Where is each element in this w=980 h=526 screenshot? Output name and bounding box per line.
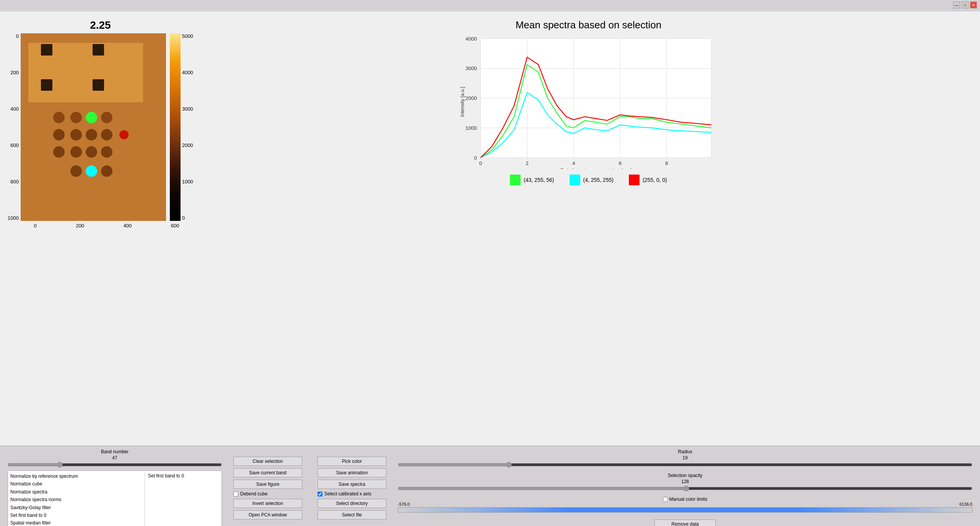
spectra-svg: 4000 3000 2000 1000 0 0 2 4 6 8 Intensit… <box>208 35 969 169</box>
list-item[interactable]: Normalize cube <box>10 480 143 488</box>
spectra-chart-title: Mean spectra based on selection <box>516 19 662 31</box>
x-axis-labels: 0 200 400 600 <box>34 223 179 229</box>
svg-text:4000: 4000 <box>465 36 477 42</box>
right-controls: Pick color Save animation Save spectra S… <box>314 449 390 519</box>
svg-point-10 <box>53 129 65 140</box>
radius-value: 19 <box>682 455 687 461</box>
opacity-label: Selection opacity <box>668 473 703 478</box>
opacity-value: 128 <box>681 479 689 484</box>
legend-item-cyan: (4, 255, 255) <box>570 175 614 185</box>
svg-point-8 <box>86 112 97 123</box>
open-pca-window-button[interactable]: Open PCA window <box>233 510 302 519</box>
colorbar <box>170 33 181 221</box>
legend-item-red: (255, 0, 0) <box>629 175 667 185</box>
band-section: Band number 47 Normalize by reference sp… <box>8 449 222 526</box>
debend-cube-row: Debend cube <box>233 491 302 497</box>
svg-point-16 <box>70 146 82 158</box>
list-item[interactable]: Normalize spectra <box>10 488 143 496</box>
svg-rect-4 <box>41 79 52 91</box>
svg-point-19 <box>70 165 82 177</box>
svg-point-9 <box>101 112 112 123</box>
select-calibrated-label: Select calibrated x axis <box>324 491 371 497</box>
svg-point-18 <box>101 146 112 158</box>
svg-text:2: 2 <box>526 160 529 166</box>
select-calibrated-row: Select calibrated x axis <box>317 491 386 497</box>
heatmap-svg[interactable] <box>21 33 166 221</box>
radius-slider-container[interactable] <box>398 461 972 469</box>
legend-item-green: (43, 255, 56) <box>510 175 554 185</box>
manual-color-limits-label: Manual color limits <box>669 497 707 502</box>
svg-text:3000: 3000 <box>465 65 477 71</box>
list-item[interactable]: Normalize by reference spectrum <box>10 472 143 480</box>
colorbar-wrapper: 5000 4000 3000 2000 1000 0 <box>170 33 193 221</box>
radius-slider[interactable] <box>398 461 972 468</box>
band-number-label: Band number <box>101 449 129 454</box>
plot-with-axes: 0 200 400 600 800 1000 <box>8 33 193 222</box>
colorbar-labels: 5000 4000 3000 2000 1000 0 <box>182 33 193 221</box>
legend-color-green <box>510 175 521 185</box>
svg-text:4: 4 <box>572 160 575 166</box>
debend-cube-checkbox[interactable] <box>233 492 238 497</box>
svg-point-20 <box>86 165 97 177</box>
spectra-chart: 4000 3000 2000 1000 0 0 2 4 6 8 Intensit… <box>208 35 969 169</box>
svg-text:1000: 1000 <box>465 125 477 131</box>
list-item[interactable]: Set first band to 0 <box>10 511 143 519</box>
band-slider-container[interactable] <box>8 461 222 469</box>
close-button[interactable]: ✕ <box>970 2 977 8</box>
select-directory-button[interactable]: Select directory <box>317 499 386 508</box>
left-plot: 2.25 0 200 400 600 800 1000 <box>8 19 193 442</box>
heatmap-canvas-wrapper[interactable] <box>21 33 166 222</box>
legend-label-red: (255, 0, 0) <box>643 177 667 183</box>
svg-point-14 <box>119 130 129 139</box>
pick-color-button[interactable]: Pick color <box>317 457 386 466</box>
radius-section: Radius 19 <box>398 449 972 470</box>
legend-area: (43, 255, 56) (4, 255, 255) (255, 0, 0) <box>510 175 667 185</box>
remove-data-button[interactable]: Remove data <box>654 519 716 526</box>
svg-point-17 <box>86 146 97 158</box>
middle-controls: Clear selection Save current band Save f… <box>230 449 306 519</box>
invert-selection-button[interactable]: Invert selection <box>233 499 302 508</box>
color-max-label: 6136.0 <box>959 502 972 506</box>
svg-point-21 <box>101 165 112 177</box>
minimize-button[interactable]: — <box>953 2 960 8</box>
right-plot: Mean spectra based on selection 4000 <box>208 19 969 442</box>
opacity-slider-container[interactable] <box>398 485 972 493</box>
band-right: Set first band to 0 <box>145 471 221 526</box>
legend-color-red <box>629 175 640 185</box>
legend-label-cyan: (4, 255, 255) <box>583 177 614 183</box>
svg-point-13 <box>101 129 112 140</box>
svg-point-7 <box>70 112 82 123</box>
svg-point-11 <box>70 129 82 140</box>
band-list[interactable]: Normalize by reference spectrum Normaliz… <box>8 471 145 526</box>
window-chrome: — □ ✕ <box>950 0 980 10</box>
save-figure-button[interactable]: Save figure <box>233 480 302 489</box>
save-current-band-button[interactable]: Save current band <box>233 468 302 477</box>
svg-rect-5 <box>93 79 104 91</box>
svg-text:6: 6 <box>619 160 622 166</box>
main-area: 2.25 0 200 400 600 800 1000 <box>0 11 980 526</box>
band-panel: Normalize by reference spectrum Normaliz… <box>8 470 222 526</box>
save-animation-button[interactable]: Save animation <box>317 468 386 477</box>
save-spectra-button[interactable]: Save spectra <box>317 480 386 489</box>
legend-label-green: (43, 255, 56) <box>524 177 554 183</box>
clear-selection-button[interactable]: Clear selection <box>233 457 302 466</box>
far-right-controls: Radius 19 Selection opacity 128 Manual c… <box>398 449 972 526</box>
list-item[interactable]: Savitzky-Golay filter <box>10 504 143 511</box>
band-slider[interactable] <box>8 461 222 468</box>
opacity-slider[interactable] <box>398 485 972 492</box>
svg-text:2000: 2000 <box>465 95 477 101</box>
select-file-button[interactable]: Select file <box>317 510 386 519</box>
svg-text:0: 0 <box>474 155 477 161</box>
color-range-labels: -576.0 6136.0 <box>398 502 972 506</box>
list-item[interactable]: Normalize spectra norms <box>10 496 143 503</box>
opacity-section: Selection opacity 128 <box>398 473 972 494</box>
list-item[interactable]: Spatial median filter <box>10 519 143 526</box>
radius-label: Radius <box>678 449 692 454</box>
manual-color-limits-checkbox[interactable] <box>663 497 668 502</box>
svg-text:Relative mirror separation [μm: Relative mirror separation [μm] <box>560 167 632 169</box>
select-calibrated-checkbox[interactable] <box>317 492 322 497</box>
svg-rect-2 <box>41 44 52 56</box>
color-range-slider[interactable] <box>398 507 972 513</box>
maximize-button[interactable]: □ <box>962 2 969 8</box>
top-section: 2.25 0 200 400 600 800 1000 <box>0 11 980 446</box>
